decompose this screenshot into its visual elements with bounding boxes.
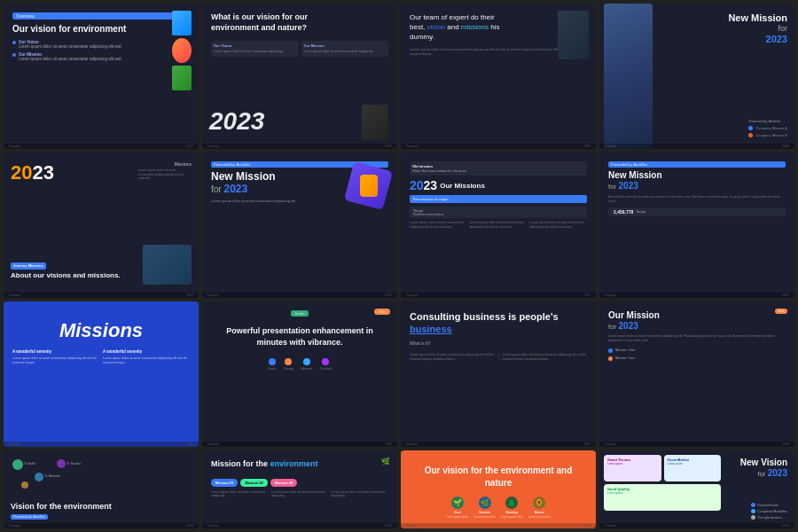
legend-1: Finished Goals bbox=[751, 503, 787, 507]
col2-text: Lorem ipsum dolor sit amet consectetur a… bbox=[103, 356, 190, 365]
slide7-best: Best mission on target bbox=[410, 195, 587, 203]
slide3-title-mid: and bbox=[447, 23, 461, 31]
image-box-1 bbox=[172, 11, 192, 35]
slide12-missions: Mission One Mission Two bbox=[608, 348, 786, 364]
footer-page: 05/12 bbox=[186, 293, 193, 297]
slide1-tag: Overview bbox=[12, 12, 190, 20]
slide8-year: 2023 bbox=[619, 181, 638, 191]
slide8-new-mission: New Mission bbox=[608, 170, 662, 180]
slide-1[interactable]: Overview Our vision for environment Our … bbox=[4, 4, 199, 149]
slide4-person bbox=[604, 4, 653, 149]
slide2-title: What is our vision for our environment a… bbox=[211, 12, 309, 33]
slide14-footer: Company 02/04 bbox=[202, 523, 397, 528]
slides-grid: Overview Our vision for environment Our … bbox=[0, 0, 798, 532]
footer-company: Company bbox=[406, 145, 583, 148]
heal-circle: 🌱 bbox=[451, 497, 464, 509]
slide7-old-mission: Old mission Read the terms below for his… bbox=[410, 161, 587, 176]
slide4-title: New Mission for 2023 bbox=[728, 12, 787, 45]
year-num-2: 23 bbox=[32, 161, 53, 184]
slide12-body: Lorem ipsum dolor sit amet consectetur a… bbox=[608, 334, 786, 343]
slide-15[interactable]: Our vision for the environment and natur… bbox=[401, 450, 596, 528]
item-label-2: Company Mission B bbox=[755, 133, 787, 137]
slide-12[interactable]: Red Our Mission for 2023 Lorem ipsum dol… bbox=[599, 301, 794, 447]
card-smart-text: Lorem ipsum bbox=[607, 463, 658, 466]
footer-company: Company bbox=[605, 145, 782, 148]
slide16-cards: Smart Person Lorem ipsum Great Market Lo… bbox=[604, 455, 721, 511]
slide-8[interactable]: Presented by: ArenDev New Mission for 20… bbox=[599, 153, 794, 298]
slide11-cols: Lorem ipsum dolor sit amet consectetur a… bbox=[410, 353, 587, 362]
slide8-title: New Mission for 2023 bbox=[608, 170, 786, 192]
footer-company: Company bbox=[605, 442, 782, 446]
desc-1: Lorem ipsum dolor sit amet consectetur a… bbox=[211, 490, 269, 498]
dot-label-1: Focus bbox=[268, 367, 277, 371]
legend-dot-3 bbox=[751, 515, 755, 520]
footer-page: 11/12 bbox=[583, 442, 591, 446]
slide-10[interactable]: Green Powerful presentation enhancement … bbox=[202, 301, 397, 447]
slide12-year: 2023 bbox=[619, 321, 638, 331]
slide11-title: Consulting business is people's business bbox=[410, 310, 587, 336]
card1-text: Lorem ipsum dolor sit amet consectetur a… bbox=[214, 50, 296, 54]
card-market: Great Market Lorem ipsum bbox=[664, 455, 722, 481]
slide4-item-1: Company Mission A bbox=[748, 126, 787, 130]
slide-6[interactable]: Presented by: ArenDev New Mission for 20… bbox=[202, 153, 397, 298]
slide16-legends: Finished Goals Completed Modalities The … bbox=[751, 503, 787, 521]
slide7-col-2: Lorem ipsum dolor sit amet consectetur a… bbox=[470, 221, 528, 229]
item-label-1: Company Mission A bbox=[755, 126, 786, 130]
slide11-col-1: Lorem ipsum dolor sit amet consectetur a… bbox=[410, 353, 495, 362]
slide13-circles: To Build To Maintain To Sustain bbox=[8, 455, 194, 502]
slide7-miss-title: Our Missions bbox=[440, 182, 485, 190]
slide12-for: for bbox=[608, 323, 619, 331]
slide14-highlight: environment bbox=[270, 459, 318, 468]
slide-13[interactable]: To Build To Maintain To Sustain Vision f… bbox=[4, 450, 199, 528]
node-text-3: To Sustain bbox=[66, 462, 81, 466]
icon-nature: 🌻 Nature Lorem ipsum dolor bbox=[528, 497, 551, 520]
slide-11[interactable]: Consulting business is people's business… bbox=[401, 301, 596, 447]
slide1-footer: Company 01/12 bbox=[4, 144, 199, 149]
mission-pill-3: Mission 03 bbox=[270, 479, 297, 487]
slide-14[interactable]: 🌿 Mission for the environment Mission 01… bbox=[202, 450, 397, 528]
slide2-shape bbox=[362, 105, 388, 140]
dot-icon bbox=[12, 41, 16, 44]
slide13-title: Vision for the environment bbox=[11, 502, 112, 512]
dot-circle-4 bbox=[322, 358, 329, 365]
slide-7[interactable]: Old mission Read the terms below for his… bbox=[401, 153, 596, 298]
develop-circle: 🌲 bbox=[505, 497, 518, 509]
slide12-mission-1: Mission One bbox=[608, 348, 786, 353]
slide-5[interactable]: 2023 Missions Lorem ipsum dolor sit amet… bbox=[4, 153, 199, 298]
slide16-title: New Vision for 2023 bbox=[740, 458, 787, 479]
slide12-mission-2: Mission Two bbox=[608, 356, 786, 361]
slide11-footer: Company 11/12 bbox=[401, 442, 596, 447]
dot-label-2: Energy bbox=[284, 367, 293, 371]
legend-text-1: Finished Goals bbox=[757, 504, 778, 507]
mission-pill-2: Mission 02 bbox=[240, 479, 267, 487]
old-mission-text: Read the terms below for his amet bbox=[412, 168, 584, 173]
slide-3[interactable]: Our team of expert do their best, vision… bbox=[401, 4, 596, 149]
slide11-title-start: Consulting business is people's bbox=[410, 311, 559, 322]
dot-3: Vibrance bbox=[301, 358, 313, 371]
desc-2: Lorem ipsum dolor sit amet consectetur a… bbox=[271, 490, 329, 498]
dot-icon-2 bbox=[12, 53, 16, 57]
sub-text-2: Lorem ipsum dolor sit amet consectetur a… bbox=[19, 57, 121, 62]
footer-page: 09/12 bbox=[186, 442, 193, 446]
slide-2[interactable]: What is our vision for our environment a… bbox=[202, 4, 397, 149]
footer-page: 04/12 bbox=[782, 145, 789, 148]
slide-4[interactable]: New Mission for 2023 Presented by: ArenD… bbox=[599, 4, 794, 149]
slide5-subtitle: Journey Missions About our visions and m… bbox=[11, 261, 121, 280]
slide9-col-2: A wonderful serenity Lorem ipsum dolor s… bbox=[103, 349, 190, 365]
slide3-highlight2: missions bbox=[461, 23, 489, 31]
slide4-byline: Presented by: ArenDev bbox=[748, 120, 787, 123]
slide5-body: Lorem ipsum dolor sit amet consectetur a… bbox=[138, 168, 192, 181]
year-color-part: 20 bbox=[410, 178, 424, 192]
slide-16[interactable]: Smart Person Lorem ipsum Great Market Lo… bbox=[599, 450, 794, 528]
slide9-missions: Missions bbox=[12, 319, 190, 342]
slide6-new-mission: New Mission bbox=[211, 170, 276, 183]
footer-company: Company bbox=[605, 524, 782, 528]
col1-title: A wonderful serenity bbox=[12, 349, 99, 355]
footer-company: Company bbox=[406, 442, 583, 446]
slide-9[interactable]: Missions A wonderful serenity Lorem ipsu… bbox=[4, 301, 199, 447]
slide12-pill: Red bbox=[775, 309, 787, 314]
dot-label-4: Creative bbox=[320, 367, 332, 371]
legend-dot-2 bbox=[751, 509, 755, 513]
slide4-for: for bbox=[728, 24, 787, 34]
dot-label-3: Vibrance bbox=[301, 367, 313, 371]
